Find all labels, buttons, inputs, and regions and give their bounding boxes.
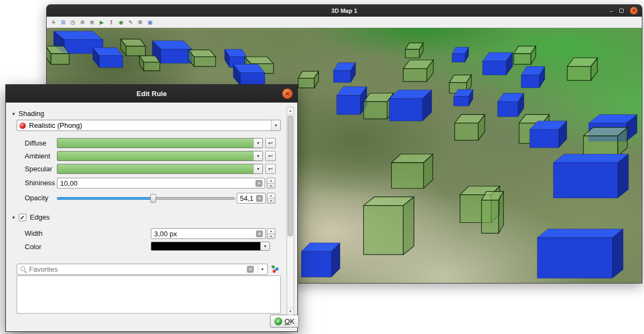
chevron-down-icon[interactable]: ▾ <box>260 267 265 272</box>
axis-grid-icon[interactable]: ⊞ <box>59 18 67 26</box>
clear-icon[interactable]: ✕ <box>247 266 254 273</box>
edge-width-label: Width <box>25 229 42 237</box>
edge-color-label: Color <box>25 243 41 251</box>
opacity-label: Opacity <box>25 194 48 202</box>
collapse-arrow-icon[interactable]: ▾ <box>12 215 15 220</box>
spin-up-icon[interactable]: ▲ <box>267 178 275 184</box>
ok-check-icon: ✓ <box>274 317 282 325</box>
shininess-label: Shininess <box>25 179 55 187</box>
spin-down-icon[interactable]: ▼ <box>267 199 275 204</box>
export-scene-icon[interactable]: ↥ <box>107 18 115 26</box>
chevron-down-icon[interactable]: ▾ <box>271 120 280 130</box>
diffuse-label: Diffuse <box>25 139 46 147</box>
search-icon <box>20 266 27 273</box>
favorites-filter-combobox[interactable]: ✕ ▾ <box>17 264 268 275</box>
opacity-slider-handle[interactable] <box>150 194 156 203</box>
chevron-down-icon[interactable]: ▾ <box>253 164 262 173</box>
map-window-title: 3D Map 1 <box>331 8 357 14</box>
edit-tools-icon[interactable]: ✎ <box>127 18 135 26</box>
edge-color-swatch <box>151 242 260 250</box>
minimize-icon[interactable]: – <box>610 8 613 13</box>
shininess-spinner: ▲ ▼ <box>267 178 275 188</box>
shading-section-label: Shading <box>19 110 45 118</box>
edge-width-input[interactable] <box>154 230 256 238</box>
opacity-input[interactable] <box>240 194 256 202</box>
specular-color-swatch <box>57 164 253 173</box>
ok-button[interactable]: ✓ OK <box>270 315 299 328</box>
specular-data-defined-button[interactable]: ↩ <box>265 164 276 174</box>
chevron-down-icon[interactable]: ▾ <box>253 139 262 148</box>
opacity-spinbox[interactable]: ✕ <box>237 193 266 204</box>
scroll-up-icon[interactable]: ▲ <box>287 107 294 114</box>
ok-button-label: OK <box>284 317 295 325</box>
ambient-color-swatch <box>57 151 253 161</box>
shading-type-value: Realistic (Phong) <box>29 121 271 129</box>
scroll-down-icon[interactable]: ▼ <box>287 308 294 315</box>
shading-type-combobox[interactable]: Realistic (Phong) ▾ <box>17 120 281 131</box>
shading-section-header[interactable]: ▾ Shading <box>12 110 44 118</box>
edges-section-header[interactable]: ▾ ✓ Edges <box>12 213 49 221</box>
clear-icon[interactable]: ✕ <box>256 230 263 237</box>
edges-section-label: Edges <box>30 213 50 221</box>
phong-sphere-icon <box>19 122 26 129</box>
close-icon[interactable]: ✕ <box>630 7 638 14</box>
chevron-down-icon[interactable]: ▾ <box>253 151 262 161</box>
opacity-slider[interactable] <box>57 193 235 204</box>
dialog-titlebar[interactable]: Edit Rule ✕ <box>6 85 297 103</box>
opacity-spinner: ▲ ▼ <box>267 193 275 204</box>
spin-down-icon[interactable]: ▼ <box>267 234 275 239</box>
zoom-in-icon[interactable]: ⊕ <box>78 18 86 26</box>
spin-down-icon[interactable]: ▼ <box>267 184 275 188</box>
clear-icon[interactable]: ✕ <box>256 195 263 202</box>
diffuse-color-button[interactable]: ▾ <box>57 138 263 148</box>
collapse-arrow-icon[interactable]: ▾ <box>12 111 15 117</box>
specular-color-button[interactable]: ▾ <box>57 164 263 174</box>
options-icon[interactable]: ⚙ <box>136 18 144 26</box>
dialog-close-icon[interactable]: ✕ <box>282 89 292 99</box>
capture-frame-icon[interactable]: ▣ <box>146 18 154 26</box>
ambient-color-button[interactable]: ▾ <box>57 151 263 161</box>
animation-timeline-icon[interactable]: ◷ <box>69 18 77 26</box>
spin-up-icon[interactable]: ▲ <box>267 193 275 199</box>
window-controls: – ✕ <box>610 5 638 17</box>
map-window-titlebar[interactable]: 3D Map 1 – ✕ <box>47 5 642 17</box>
style-manager-icon[interactable] <box>271 264 280 274</box>
spin-up-icon[interactable]: ▲ <box>267 229 275 234</box>
camera-pan-icon[interactable]: ✛ <box>49 18 57 26</box>
specular-label: Specular <box>25 165 52 173</box>
clear-icon[interactable]: ✕ <box>255 180 262 187</box>
shininess-input[interactable] <box>60 179 255 187</box>
desktop: 3D Map 1 – ✕ ✛⊞◷⊕≣▶↥◉✎⚙▣ Edit Rule ✕ ▾ S… <box>0 0 644 334</box>
edit-rule-dialog: Edit Rule ✕ ▾ Shading Realistic (Phong) … <box>5 84 298 332</box>
ambient-label: Ambient <box>25 152 50 160</box>
dialog-body: ▾ Shading Realistic (Phong) ▾ Diffuse ▾ … <box>6 103 297 332</box>
globe-icon[interactable]: ◉ <box>117 18 125 26</box>
play-animation-icon[interactable]: ▶ <box>98 18 106 26</box>
layers-list-icon[interactable]: ≣ <box>88 18 96 26</box>
favorites-search-input[interactable] <box>29 265 247 273</box>
ambient-data-defined-button[interactable]: ↩ <box>265 151 276 161</box>
diffuse-data-defined-button[interactable]: ↩ <box>265 138 276 148</box>
symbol-list[interactable] <box>17 275 281 314</box>
shininess-spinbox[interactable]: ✕ <box>57 178 265 188</box>
opacity-slider-fill <box>57 197 153 200</box>
maximize-icon[interactable] <box>619 9 624 13</box>
edge-color-button[interactable]: ▾ <box>151 242 270 251</box>
chevron-down-icon[interactable]: ▾ <box>260 242 269 250</box>
divider <box>258 265 258 273</box>
map-toolbar: ✛⊞◷⊕≣▶↥◉✎⚙▣ <box>47 17 642 28</box>
dialog-scrollbar[interactable]: ▲ ▼ <box>287 107 294 315</box>
edge-width-spinner: ▲ ▼ <box>267 228 275 239</box>
dialog-title: Edit Rule <box>136 90 166 98</box>
diffuse-color-swatch <box>57 139 253 148</box>
edge-width-spinbox[interactable]: ✕ <box>151 228 266 239</box>
edges-checkbox[interactable]: ✓ <box>19 214 26 221</box>
scrollbar-thumb[interactable] <box>288 115 293 236</box>
